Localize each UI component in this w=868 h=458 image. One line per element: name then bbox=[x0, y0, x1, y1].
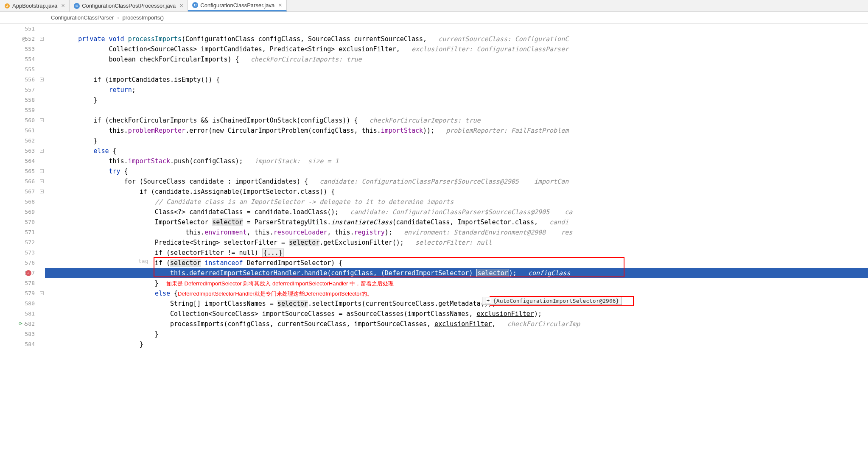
fold-icon[interactable]: − bbox=[40, 118, 44, 122]
breakpoint-icon[interactable] bbox=[25, 270, 31, 276]
code-line: else {DeferredImportSelectorHandler就是专门来… bbox=[45, 288, 868, 299]
code-line: if (importCandidates.isEmpty()) { bbox=[45, 75, 868, 85]
editor-tabs: J AppBootstrap.java ✕ C ConfigurationCla… bbox=[0, 0, 868, 12]
line-number[interactable]: 578 bbox=[0, 278, 39, 288]
tab-label: ConfigurationClassParser.java bbox=[200, 2, 274, 8]
fold-icon[interactable]: − bbox=[40, 149, 44, 153]
line-number[interactable]: 563 bbox=[0, 146, 39, 156]
tab-appbootstrap[interactable]: J AppBootstrap.java ✕ bbox=[0, 0, 70, 11]
tab-configpostprocessor[interactable]: C ConfigurationClassPostProcessor.java ✕ bbox=[70, 0, 188, 11]
code-line bbox=[45, 105, 868, 115]
code-line bbox=[45, 64, 868, 75]
code-area[interactable]: private void processImports(Configuratio… bbox=[45, 24, 868, 458]
code-line: } bbox=[45, 329, 868, 339]
chevron-right-icon: › bbox=[117, 14, 119, 21]
breadcrumb-class[interactable]: ConfigurationClassParser bbox=[51, 14, 114, 21]
line-number[interactable]: 582✓⟳ bbox=[0, 319, 39, 329]
svg-text:J: J bbox=[6, 4, 8, 8]
close-icon[interactable]: ✕ bbox=[278, 3, 282, 8]
line-number[interactable]: 558 bbox=[0, 95, 39, 105]
breadcrumb-method[interactable]: processImports() bbox=[122, 14, 164, 21]
fold-icon[interactable]: − bbox=[40, 78, 44, 81]
code-line: if (candidate.isAssignable(ImportSelecto… bbox=[45, 187, 868, 197]
line-number[interactable]: 561 bbox=[0, 126, 39, 136]
code-line: try { bbox=[45, 166, 868, 176]
code-line: if (selector instanceof DeferredImportSe… bbox=[45, 258, 868, 268]
tooltip-value: {AutoConfigurationImportSelector@2906} bbox=[493, 298, 619, 304]
annotation-note: 如果是 DeferredImportSelector 则将其放入 deferre… bbox=[159, 280, 394, 287]
execution-line: this.deferredImportSelectorHandler.handl… bbox=[45, 268, 868, 278]
java-icon: J bbox=[4, 3, 10, 9]
tab-configparser[interactable]: C ConfigurationClassParser.java ✕ bbox=[188, 0, 287, 11]
class-icon: C bbox=[74, 3, 80, 9]
line-number[interactable]: 584 bbox=[0, 339, 39, 349]
line-number[interactable]: 553 bbox=[0, 44, 39, 54]
class-icon: C bbox=[192, 2, 198, 8]
fold-icon[interactable]: − bbox=[40, 179, 44, 183]
line-number[interactable]: 579 bbox=[0, 288, 39, 299]
code-line: if (checkForCircularImports && isChained… bbox=[45, 115, 868, 126]
line-number[interactable]: 564 bbox=[0, 156, 39, 166]
line-number[interactable]: 555 bbox=[0, 64, 39, 75]
annotation-note: DeferredImportSelectorHandler就是专门来处理这些De… bbox=[178, 290, 372, 297]
fold-icon[interactable]: − bbox=[40, 169, 44, 173]
line-number[interactable]: 557 bbox=[0, 85, 39, 95]
line-number[interactable]: 565 bbox=[0, 166, 39, 176]
line-number[interactable]: 576 bbox=[0, 258, 39, 268]
line-number[interactable]: 559 bbox=[0, 105, 39, 115]
code-line: Collection<SourceClass> importSourceClas… bbox=[45, 309, 868, 319]
code-line: boolean checkForCircularImports) { check… bbox=[45, 54, 868, 64]
line-number[interactable]: 556 bbox=[0, 75, 39, 85]
line-number[interactable]: 570 bbox=[0, 217, 39, 227]
fold-icon[interactable]: − bbox=[40, 37, 44, 41]
line-number[interactable]: 551 bbox=[0, 24, 39, 34]
line-number[interactable]: 569 bbox=[0, 207, 39, 217]
tab-label: ConfigurationClassPostProcessor.java bbox=[82, 3, 176, 9]
close-icon[interactable]: ✕ bbox=[61, 3, 65, 8]
fold-icon[interactable]: − bbox=[40, 190, 44, 193]
line-number[interactable]: 580 bbox=[0, 299, 39, 309]
code-line: } bbox=[45, 339, 868, 349]
line-number[interactable]: 581 bbox=[0, 309, 39, 319]
line-number[interactable]: 566 bbox=[0, 176, 39, 187]
code-line: processImports(configClass, currentSourc… bbox=[45, 319, 868, 329]
debug-value-tooltip[interactable]: + {AutoConfigurationImportSelector@2906} bbox=[482, 297, 622, 305]
line-number[interactable]: 552@ bbox=[0, 34, 39, 44]
code-line: this.problemReporter.error(new CircularI… bbox=[45, 126, 868, 136]
tab-label: AppBootstrap.java bbox=[12, 3, 57, 9]
code-line: this.environment, this.resourceLoader, t… bbox=[45, 227, 868, 237]
code-line: String[] importClassNames = selector.sel… bbox=[45, 299, 868, 309]
code-line: } bbox=[45, 136, 868, 146]
line-number[interactable]: 571 bbox=[0, 227, 39, 237]
fold-icon[interactable]: − bbox=[40, 291, 44, 295]
code-line: } bbox=[45, 95, 868, 105]
code-line: this.importStack.push(configClass); impo… bbox=[45, 156, 868, 166]
code-editor[interactable]: 551 552@ 553 554 555 556 557 558 559 560… bbox=[0, 24, 868, 458]
breadcrumb: ConfigurationClassParser › processImport… bbox=[0, 12, 868, 24]
code-line: else { bbox=[45, 146, 868, 156]
run-icon[interactable]: ⟳ bbox=[19, 319, 22, 329]
close-icon[interactable]: ✕ bbox=[179, 3, 183, 8]
code-line: for (SourceClass candidate : importCandi… bbox=[45, 176, 868, 187]
tag-label: tag bbox=[138, 258, 148, 264]
line-number[interactable]: 583 bbox=[0, 329, 39, 339]
line-number[interactable]: 572 bbox=[0, 237, 39, 248]
code-line bbox=[45, 24, 868, 34]
code-line: // Candidate class is an ImportSelector … bbox=[45, 197, 868, 207]
override-marker[interactable]: @ bbox=[22, 34, 25, 44]
expand-icon[interactable]: + bbox=[485, 298, 491, 304]
line-number[interactable]: 577 bbox=[0, 268, 39, 278]
line-number[interactable]: 560 bbox=[0, 115, 39, 126]
line-number[interactable]: 562 bbox=[0, 136, 39, 146]
line-number[interactable]: 567 bbox=[0, 187, 39, 197]
code-line: Collection<SourceClass> importCandidates… bbox=[45, 44, 868, 54]
line-number[interactable]: 573 bbox=[0, 248, 39, 258]
line-number[interactable]: 568 bbox=[0, 197, 39, 207]
code-line: Predicate<String> selectorFilter = selec… bbox=[45, 237, 868, 248]
check-icon: ✓ bbox=[23, 319, 26, 329]
code-line: Class<?> candidateClass = candidate.load… bbox=[45, 207, 868, 217]
code-line: if (selectorFilter != null) {...} bbox=[45, 248, 868, 258]
code-line: private void processImports(Configuratio… bbox=[45, 34, 868, 44]
line-number[interactable]: 554 bbox=[0, 54, 39, 64]
gutter[interactable]: 551 552@ 553 554 555 556 557 558 559 560… bbox=[0, 24, 39, 458]
